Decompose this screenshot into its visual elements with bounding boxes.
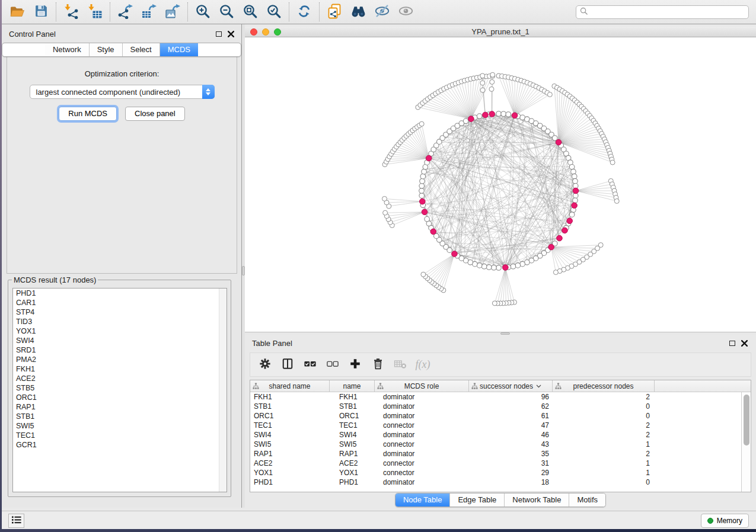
mcds-node[interactable] (548, 244, 554, 250)
mcds-node[interactable] (562, 227, 568, 233)
show-all-button[interactable] (394, 1, 417, 23)
tab-style[interactable]: Style (89, 43, 122, 56)
mcds-node[interactable] (557, 235, 563, 241)
network-node[interactable] (520, 261, 525, 267)
table-row[interactable]: ACE2ACE2connector311 (250, 459, 751, 468)
result-node[interactable]: SRD1 (13, 345, 227, 355)
mcds-node[interactable] (452, 251, 458, 257)
close-panel-button[interactable]: Close panel (125, 107, 185, 121)
network-node[interactable] (573, 198, 578, 203)
leaf-node[interactable] (492, 301, 497, 306)
mcds-node[interactable] (430, 229, 436, 235)
table-row[interactable]: STB1STB1dominator620 (250, 402, 751, 411)
select-all-button[interactable] (299, 355, 321, 375)
leaf-node[interactable] (382, 196, 387, 201)
mcds-node[interactable] (503, 265, 509, 271)
network-node[interactable] (419, 193, 425, 198)
zoom-selected-button[interactable] (262, 1, 286, 23)
close-panel-icon[interactable] (741, 340, 748, 347)
column-header-predecessor-nodes[interactable]: predecessor nodes (553, 380, 655, 392)
network-node[interactable] (463, 118, 468, 124)
result-node[interactable]: STB1 (13, 412, 227, 421)
table-row[interactable]: PHD1PHD1dominator180 (250, 477, 751, 487)
export-table-button[interactable] (137, 1, 161, 23)
table-scrollbar[interactable] (741, 392, 751, 492)
close-panel-icon[interactable] (228, 31, 234, 37)
table-row[interactable]: YOX1YOX1connector291 (250, 468, 751, 477)
float-panel-icon[interactable] (216, 31, 222, 37)
mcds-node[interactable] (422, 209, 428, 215)
delete-column-button[interactable] (366, 355, 389, 375)
function-builder-button[interactable]: f(x) (412, 355, 434, 375)
network-node[interactable] (496, 111, 502, 117)
table-settings-button[interactable] (254, 355, 276, 375)
network-node[interactable] (569, 212, 575, 217)
result-node[interactable]: RAP1 (13, 402, 227, 412)
leaf-node[interactable] (553, 270, 558, 275)
memory-button[interactable]: Memory (701, 514, 749, 528)
result-node[interactable]: TID3 (13, 317, 227, 326)
network-canvas[interactable] (245, 37, 756, 332)
leaf-node[interactable] (480, 88, 485, 92)
leaf-node[interactable] (421, 272, 426, 277)
mcds-result-list[interactable]: PHD1CAR1STP4TID3YOX1SWI4SRD1PMA2FKH1ACE2… (12, 288, 227, 492)
network-node[interactable] (419, 188, 425, 194)
result-node[interactable]: GCR1 (13, 440, 227, 450)
network-node[interactable] (572, 174, 577, 179)
table-row[interactable]: FKH1FKH1dominator962 (250, 392, 751, 402)
result-node[interactable]: STP4 (13, 307, 227, 317)
hide-selected-button[interactable] (370, 1, 394, 23)
network-node[interactable] (477, 263, 482, 268)
result-node[interactable]: TEC1 (13, 431, 227, 440)
mcds-node[interactable] (572, 203, 578, 209)
network-node[interactable] (506, 112, 511, 117)
mcds-node[interactable] (512, 113, 518, 118)
table-row[interactable]: TEC1TEC1connector472 (250, 421, 751, 430)
network-node[interactable] (492, 265, 497, 270)
table-row[interactable]: SWI5SWI5connector431 (250, 440, 751, 449)
export-image-button[interactable] (161, 1, 184, 23)
result-node[interactable]: ACE2 (13, 374, 227, 383)
column-header-name[interactable]: name (330, 380, 375, 392)
run-mcds-button[interactable]: Run MCDS (59, 107, 117, 121)
leaf-node[interactable] (480, 73, 485, 78)
result-node[interactable]: PMA2 (13, 355, 227, 364)
save-session-button[interactable] (29, 1, 53, 23)
column-header-shared-name[interactable]: shared name (250, 380, 330, 392)
tab-edge-table[interactable]: Edge Table (449, 493, 504, 507)
zoom-in-button[interactable] (191, 1, 215, 23)
mcds-node[interactable] (468, 116, 474, 122)
network-node[interactable] (573, 178, 578, 184)
leaf-node[interactable] (489, 86, 494, 91)
show-columns-button[interactable] (276, 355, 299, 375)
leaf-node[interactable] (490, 79, 495, 84)
fit-content-button[interactable] (238, 1, 262, 23)
leaf-node[interactable] (547, 92, 552, 97)
result-node[interactable]: PHD1 (13, 289, 227, 298)
leaf-node[interactable] (480, 81, 485, 85)
network-node[interactable] (419, 184, 425, 189)
network-node[interactable] (511, 264, 516, 269)
leaf-node[interactable] (490, 72, 495, 77)
mcds-node[interactable] (426, 155, 432, 161)
delete-table-button[interactable] (389, 355, 412, 375)
result-node[interactable]: ORC1 (13, 393, 227, 402)
new-network-from-selection-button[interactable] (323, 1, 346, 23)
result-node[interactable]: STB5 (13, 383, 227, 393)
network-node[interactable] (515, 263, 521, 268)
search-input[interactable] (591, 8, 745, 16)
network-node[interactable] (477, 114, 482, 119)
deselect-all-button[interactable] (321, 355, 344, 375)
import-network-button[interactable] (59, 1, 83, 23)
network-node[interactable] (422, 169, 427, 174)
tab-motifs[interactable]: Motifs (569, 493, 605, 507)
result-scrollbar[interactable] (219, 289, 227, 492)
table-row[interactable]: RAP1RAP1dominator352 (250, 449, 751, 459)
mcds-node[interactable] (489, 111, 495, 117)
tab-network-table[interactable]: Network Table (504, 493, 569, 507)
network-node[interactable] (501, 111, 506, 117)
result-node[interactable]: SWI4 (13, 336, 227, 345)
network-node[interactable] (425, 217, 430, 222)
apply-layout-button[interactable] (292, 1, 316, 23)
leaf-node[interactable] (419, 121, 424, 126)
